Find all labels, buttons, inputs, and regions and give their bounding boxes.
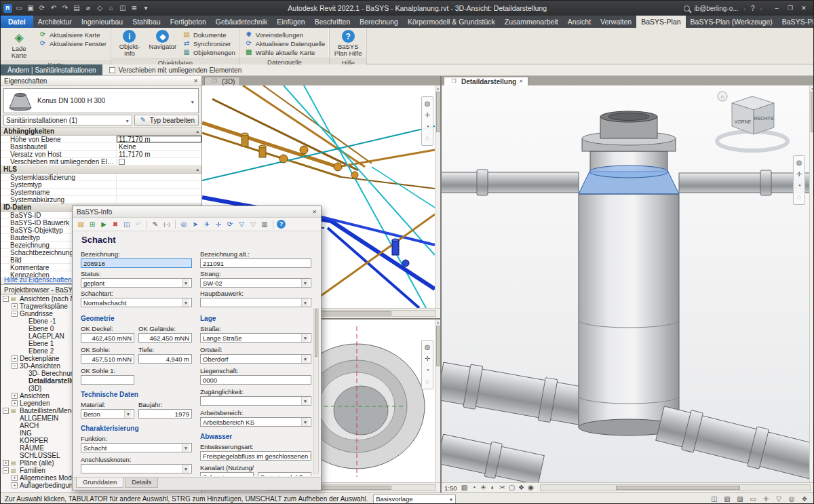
scroll-thumb[interactable]: [811, 92, 814, 132]
dialog-close-icon[interactable]: [312, 209, 317, 215]
select-toggle-icon[interactable]: ◎: [787, 495, 796, 504]
undo-icon[interactable]: ↶: [49, 3, 58, 13]
file-tab[interactable]: Datei: [1, 16, 33, 28]
dropdown-arrow-icon[interactable]: [301, 334, 309, 342]
material-input[interactable]: Beton: [81, 409, 134, 419]
filter-clear-icon[interactable]: ▽: [248, 220, 258, 229]
horizontal-scrollbar[interactable]: [540, 484, 811, 491]
ribbon-tab-basys-plan-werkzeuge[interactable]: BaSYS-Plan (Werkzeuge): [686, 16, 777, 28]
user-menu-arrow-icon[interactable]: [743, 5, 747, 12]
exclude-options-icon[interactable]: ▭: [748, 495, 758, 504]
viewcube[interactable]: VORNE RECHTS ⌂: [712, 90, 793, 155]
chevron-down-icon[interactable]: [125, 117, 129, 124]
tree-expander-icon[interactable]: +: [12, 303, 18, 309]
objekt-info-button[interactable]: iObjekt-Info: [114, 29, 145, 57]
send-icon[interactable]: ✈: [202, 220, 212, 229]
press-drag-icon[interactable]: ✛: [761, 495, 771, 504]
tree-expander-icon[interactable]: +: [12, 482, 18, 488]
section-icon[interactable]: ◫: [118, 3, 128, 13]
filter-icon[interactable]: ▽: [237, 220, 246, 229]
undo-icon[interactable]: ↶: [134, 220, 143, 229]
scroll-up-icon[interactable]: ▲: [435, 85, 440, 91]
hide-isolate-icon[interactable]: ❖: [517, 483, 526, 492]
zoom-icon[interactable]: ◔: [423, 122, 432, 132]
sb-filter-icon[interactable]: ▽: [774, 495, 783, 504]
dropdown-arrow-icon[interactable]: [124, 410, 132, 418]
search-icon[interactable]: [684, 5, 690, 12]
tree-expander-icon[interactable]: −: [12, 363, 18, 369]
dropdown-arrow-icon[interactable]: [301, 397, 309, 405]
bottom-right-pipe[interactable]: [655, 404, 809, 482]
view-tab-3d[interactable]: ❒ (3D): [204, 77, 240, 85]
ok-gelände-input[interactable]: 462,450 mNN: [138, 333, 192, 343]
ribbon-tab-ansicht[interactable]: Ansicht: [563, 16, 596, 28]
dropdown-arrow-icon[interactable]: [182, 298, 189, 307]
orbit-icon[interactable]: ◌: [423, 134, 432, 143]
tree-expander-icon[interactable]: +: [12, 400, 18, 406]
dialog-tab-grunddaten[interactable]: Grunddaten: [76, 478, 123, 488]
background-processes-icon[interactable]: ❖: [800, 495, 809, 504]
close-button[interactable]: [797, 3, 811, 14]
ribbon-tab-basys-plan[interactable]: BaSYS-Plan: [636, 16, 685, 28]
bezeichnung-alt-input[interactable]: 211091: [200, 258, 311, 268]
tree-expander-icon[interactable]: −: [3, 408, 9, 414]
strang-input[interactable]: SW-02: [200, 278, 311, 288]
crop-region-icon[interactable]: ▢: [507, 483, 517, 492]
dropdown-arrow-icon[interactable]: [182, 465, 189, 473]
property-value[interactable]: [116, 196, 201, 203]
dropdown-arrow-icon[interactable]: [182, 279, 189, 287]
property-value[interactable]: [116, 181, 201, 188]
pan-icon[interactable]: ✛: [423, 354, 432, 364]
save-data-icon[interactable]: ◫: [122, 220, 132, 229]
columns-icon[interactable]: ▥: [260, 220, 269, 229]
ok-sohle-input[interactable]: 457,510 mNN: [81, 354, 134, 364]
scroll-up-icon[interactable]: ▲: [435, 319, 440, 325]
open-file-icon[interactable]: ▨: [76, 220, 85, 229]
straße-input[interactable]: Lange Straße: [200, 333, 311, 343]
minimize-button[interactable]: [770, 3, 783, 14]
run-icon[interactable]: ▶: [99, 220, 109, 229]
close-tab-icon[interactable]: [519, 79, 523, 84]
scroll-thumb[interactable]: [314, 311, 392, 315]
scroll-thumb[interactable]: [315, 309, 317, 357]
worksharing-icon[interactable]: ▧: [722, 495, 732, 504]
aktualisiere-datenquelle-button[interactable]: ⟳Aktualisiere Datenquelle: [243, 39, 326, 47]
view-scale[interactable]: 1:50: [444, 484, 457, 492]
view-tab-detaildarstellung[interactable]: ❒ Detaildarstellung: [444, 77, 528, 85]
detail-level-icon[interactable]: ▧: [460, 483, 469, 492]
design-options-icon[interactable]: ▨: [735, 495, 745, 504]
tree-expander-icon[interactable]: −: [3, 467, 9, 473]
type-selector[interactable]: Konus DN 1000 H 300: [3, 88, 199, 113]
maximize-button[interactable]: [783, 3, 797, 14]
tree-expander-icon[interactable]: +: [12, 355, 18, 362]
category-filter-dropdown[interactable]: Sanitärinstallationen (1): [3, 115, 132, 125]
manhole-shaft[interactable]: [579, 111, 679, 435]
property-group-abhängigkeiten[interactable]: Abhängigkeiten▴: [1, 128, 201, 136]
scroll-thumb[interactable]: [436, 326, 440, 366]
property-group-hls[interactable]: HLS▴: [1, 166, 201, 174]
property-value[interactable]: 11,7170 m: [116, 136, 201, 142]
ribbon-tab-gebäudetechnik[interactable]: Gebäudetechnik: [211, 16, 272, 28]
property-value[interactable]: [116, 158, 201, 165]
dialog-titlebar[interactable]: BaSYS-Info: [73, 206, 321, 218]
bottom-left-pipe[interactable]: [442, 431, 545, 482]
status-input[interactable]: geplant: [81, 278, 192, 288]
chevron-down-icon[interactable]: [449, 495, 453, 503]
refresh-icon[interactable]: ⟳: [225, 220, 235, 229]
objektmengen-button[interactable]: ▦Objektmengen: [180, 48, 237, 56]
editable-only-icon[interactable]: ◫: [710, 495, 719, 504]
dropdown-arrow-icon[interactable]: [301, 418, 309, 426]
anschlussknoten-input[interactable]: [81, 464, 192, 473]
tree-expander-icon[interactable]: +: [12, 475, 18, 481]
dropdown-arrow-icon[interactable]: [301, 298, 309, 307]
orbit-icon[interactable]: ◌: [423, 377, 432, 387]
basys-plan-hilfe-button[interactable]: ?BaSYS Plan Hilfe: [332, 29, 364, 57]
nav-wheel-icon[interactable]: ◍: [794, 158, 804, 168]
move-with-nearby-elements-checkbox[interactable]: Verschieben mit umliegenden Elementen: [109, 66, 241, 74]
crop-icon[interactable]: ✂: [498, 483, 507, 492]
orbit-icon[interactable]: ◌: [794, 193, 804, 202]
signed-in-user[interactable]: ib@berling-o...: [694, 5, 738, 12]
scroll-thumb[interactable]: [436, 92, 440, 132]
funktion-input[interactable]: Schacht: [81, 443, 192, 452]
ribbon-tab-beschriften[interactable]: Beschriften: [310, 16, 355, 28]
